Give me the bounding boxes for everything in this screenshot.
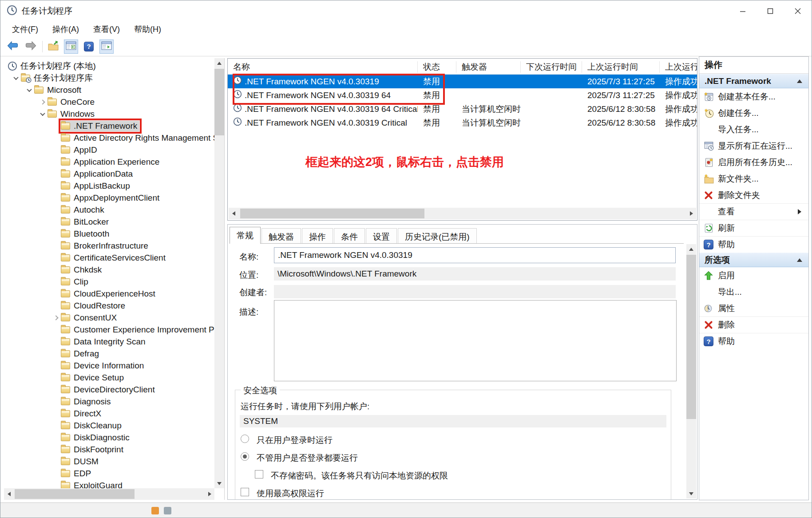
back-button[interactable] — [6, 40, 20, 54]
action-item[interactable]: 导出... — [699, 284, 808, 300]
action-item[interactable]: 刷新 — [699, 220, 808, 236]
scroll-up-icon[interactable] — [686, 244, 696, 254]
menu-item-2[interactable]: 查看(V) — [88, 22, 125, 37]
tree-item[interactable]: ConsentUX — [4, 312, 214, 324]
tree-item[interactable]: Data Integrity Scan — [4, 336, 214, 348]
tree-item[interactable]: DiskFootprint — [4, 443, 214, 455]
action-item[interactable]: 删除文件夹 — [699, 187, 808, 203]
radio-run-logged-on[interactable] — [241, 435, 249, 443]
tab-general[interactable]: 常规 — [230, 227, 261, 244]
tree-item[interactable]: Microsoft — [4, 84, 214, 96]
tree-item[interactable]: DiskDiagnostic — [4, 431, 214, 443]
tree-item[interactable]: CloudExperienceHost — [4, 288, 214, 300]
collapse-icon[interactable] — [797, 79, 802, 83]
scroll-down-icon[interactable] — [686, 489, 696, 498]
action-item[interactable]: 导入任务... — [699, 121, 808, 138]
tree-item[interactable]: Diagnosis — [4, 395, 214, 407]
close-button[interactable] — [784, 0, 812, 21]
tree-item[interactable]: DeviceDirectoryClient — [4, 384, 214, 395]
tree-item[interactable]: Defrag — [4, 348, 214, 360]
column-header-0[interactable]: 名称 — [228, 61, 418, 73]
checkbox-highest-privilege[interactable] — [241, 488, 249, 496]
details-vscroll-thumb[interactable] — [686, 255, 696, 419]
menu-item-3[interactable]: 帮助(H) — [129, 22, 166, 37]
tree-item[interactable]: 任务计划程序库 — [4, 72, 214, 84]
actions-section-header[interactable]: .NET Framework — [699, 74, 808, 88]
tab-2[interactable]: 操作 — [302, 228, 333, 243]
chevron-right-icon[interactable] — [51, 316, 61, 320]
tree-item[interactable]: CertificateServicesClient — [4, 252, 214, 264]
tree-item[interactable]: Application Experience — [4, 156, 214, 168]
scroll-right-icon[interactable] — [686, 209, 696, 218]
tree-item[interactable]: AppListBackup — [4, 180, 214, 192]
action-item[interactable]: ?帮助 — [699, 333, 808, 349]
taskbar-icon[interactable] — [164, 507, 171, 514]
tree-item[interactable]: .NET Framework — [4, 120, 214, 132]
tree-vertical-scrollbar[interactable] — [214, 58, 224, 488]
tree-item[interactable]: OneCore — [4, 96, 214, 108]
scroll-left-icon[interactable] — [4, 489, 14, 499]
tree-vscroll-thumb[interactable] — [214, 69, 224, 135]
tab-4[interactable]: 设置 — [366, 228, 397, 243]
action-item[interactable]: 删除 — [699, 316, 808, 333]
column-header-5[interactable]: 上次运行结果 — [660, 61, 697, 73]
name-field[interactable]: .NET Framework NGEN v4.0.30319 — [274, 247, 676, 263]
tree-item[interactable]: BrokerInfrastructure — [4, 240, 214, 252]
details-vertical-scrollbar[interactable] — [686, 244, 696, 498]
action-item[interactable]: 新文件夹... — [699, 170, 808, 187]
tree-item[interactable]: EDP — [4, 467, 214, 479]
minimize-button[interactable] — [729, 0, 757, 21]
tab-5[interactable]: 历史记录(已禁用) — [398, 228, 477, 243]
checkbox-no-password[interactable] — [255, 470, 263, 478]
tree-item[interactable]: DirectX — [4, 407, 214, 419]
chevron-down-icon[interactable] — [11, 76, 21, 80]
column-header-3[interactable]: 下次运行时间 — [521, 61, 582, 73]
tree-item[interactable]: Active Directory Rights Management Se — [4, 132, 214, 144]
show-action-pane-button[interactable] — [99, 40, 114, 54]
action-item[interactable]: 启用 — [699, 267, 808, 284]
task-row[interactable]: .NET Framework NGEN v4.0.30319 Critical禁… — [228, 116, 697, 130]
column-header-1[interactable]: 状态 — [418, 61, 456, 73]
tree-item[interactable]: Device Setup — [4, 372, 214, 384]
tab-3[interactable]: 条件 — [334, 228, 365, 243]
task-row[interactable]: .NET Framework NGEN v4.0.30319 64禁用2025/… — [228, 88, 697, 102]
tree-item[interactable]: Clip — [4, 276, 214, 288]
chevron-right-icon[interactable] — [38, 100, 48, 104]
tree-hscroll-thumb[interactable] — [15, 489, 135, 499]
tree-item[interactable]: 任务计划程序 (本地) — [4, 60, 214, 72]
tree-item[interactable]: Bluetooth — [4, 228, 214, 240]
task-row[interactable]: .NET Framework NGEN v4.0.30319禁用2025/7/3… — [228, 75, 697, 88]
menu-item-1[interactable]: 操作(A) — [47, 22, 84, 37]
scroll-up-icon[interactable] — [214, 58, 224, 68]
scroll-right-icon[interactable] — [205, 489, 214, 499]
action-item[interactable]: 查看 — [699, 203, 808, 220]
tree-item[interactable]: CloudRestore — [4, 300, 214, 312]
tree-item[interactable]: Windows — [4, 108, 214, 120]
forward-button[interactable] — [24, 40, 38, 54]
column-header-2[interactable]: 触发器 — [456, 61, 521, 73]
tree-horizontal-scrollbar[interactable] — [4, 488, 214, 500]
menu-item-0[interactable]: 文件(F) — [7, 22, 44, 37]
action-item[interactable]: 显示所有正在运行... — [699, 138, 808, 154]
scroll-left-icon[interactable] — [229, 209, 238, 218]
action-item[interactable]: 创建任务... — [699, 105, 808, 121]
radio-run-any[interactable] — [241, 452, 249, 461]
list-hscroll-thumb[interactable] — [240, 209, 424, 218]
show-console-tree-button[interactable] — [64, 40, 78, 54]
tree-item[interactable]: BitLocker — [4, 216, 214, 228]
tree-item[interactable]: ApplicationData — [4, 168, 214, 180]
column-header-4[interactable]: 上次运行时间 — [582, 61, 660, 73]
tab-1[interactable]: 触发器 — [261, 228, 301, 243]
tree-item[interactable]: Chkdsk — [4, 264, 214, 276]
chevron-down-icon[interactable] — [38, 112, 48, 116]
export-list-button[interactable] — [46, 40, 60, 54]
maximize-button[interactable] — [757, 0, 784, 21]
action-item[interactable]: 创建基本任务... — [699, 88, 808, 105]
chevron-down-icon[interactable] — [24, 88, 34, 92]
action-item[interactable]: 属性 — [699, 300, 808, 316]
description-field[interactable] — [274, 300, 677, 381]
toolbar-help-button[interactable]: ? — [82, 40, 96, 54]
tree-item[interactable]: Autochk — [4, 204, 214, 216]
tree-item[interactable]: AppID — [4, 144, 214, 156]
list-horizontal-scrollbar[interactable] — [229, 208, 696, 219]
